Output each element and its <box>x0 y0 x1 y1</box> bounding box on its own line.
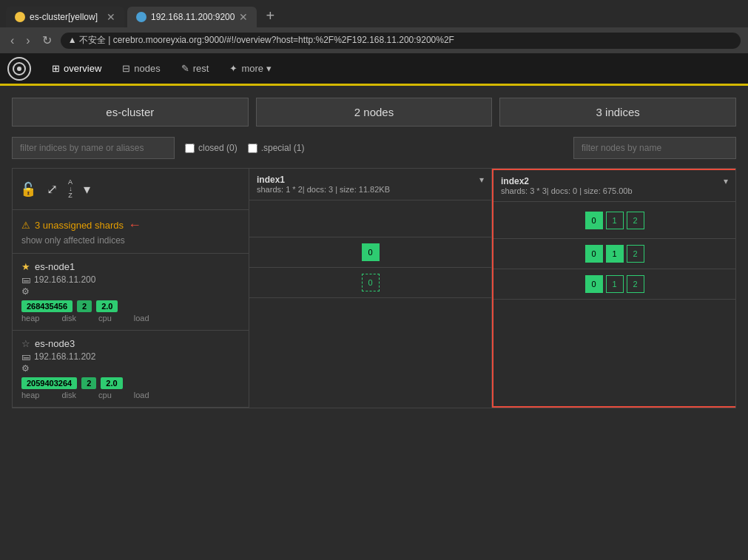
nodes-filter-input[interactable] <box>573 137 736 159</box>
tab-close-2[interactable]: ✕ <box>239 11 248 23</box>
warning-arrow: ← <box>128 217 141 233</box>
node1-disk-icon: 🖴 <box>21 274 30 285</box>
index2-node1-shard-0[interactable]: 0 <box>585 245 603 263</box>
nav-overview[interactable]: ⊞ overview <box>41 53 112 85</box>
index1-chevron-icon[interactable]: ▾ <box>479 175 484 185</box>
node1-metric-heap: 268435456 <box>21 300 73 312</box>
index2-node1-shard-1[interactable]: 1 <box>606 245 624 263</box>
node2-star-icon: ☆ <box>21 338 30 349</box>
tab-bar: es-cluster[yellow] ✕ 192.168.11.200:9200… <box>0 0 748 27</box>
node2-metrics: 2059403264 2 2.0 <box>21 377 240 389</box>
index1-name: index1 <box>257 175 476 185</box>
node2-disk-icon: 🖴 <box>21 351 30 362</box>
cluster-info-row: es-cluster 2 nodes 3 indices <box>12 98 736 126</box>
special-checkbox[interactable] <box>248 144 257 153</box>
nav-more-label: more ▾ <box>241 63 271 74</box>
tab-favicon-yellow <box>15 12 25 22</box>
tab-close-1[interactable]: ✕ <box>107 11 115 23</box>
special-checkbox-label[interactable]: .special (1) <box>248 143 305 153</box>
node-row-1: ★ es-node1 🖴 192.168.11.200 ⚙ 268435456 … <box>13 254 249 331</box>
nav-rest[interactable]: ✎ rest <box>171 53 220 85</box>
sort-az-icon: A ↓ Z <box>68 179 73 199</box>
node1-metric-labels: heap disk cpu load <box>21 314 240 323</box>
browser-chrome: es-cluster[yellow] ✕ 192.168.11.200:9200… <box>0 0 748 53</box>
node2-label-load: load <box>134 391 149 399</box>
index2-node1-shard-2[interactable]: 2 <box>627 245 644 263</box>
node2-metric-ver: 2.0 <box>101 377 122 389</box>
overview-icon: ⊞ <box>52 63 60 74</box>
svg-point-1 <box>17 67 21 71</box>
nodes-count-box: 2 nodes <box>256 98 493 126</box>
node2-metric-num: 2 <box>81 377 96 389</box>
cluster-name-box: es-cluster <box>12 98 249 126</box>
node2-name: es-node3 <box>35 338 75 349</box>
node2-label-cpu: cpu <box>98 391 112 399</box>
expand-button[interactable]: ⤢ <box>47 181 58 198</box>
node1-name: es-node1 <box>35 261 75 272</box>
nav-more[interactable]: ✦ more ▾ <box>219 53 281 85</box>
node1-ip-row: 🖴 192.168.11.200 <box>21 274 240 285</box>
filter-down-button[interactable]: ▾ <box>84 181 90 198</box>
node2-metric-labels: heap disk cpu load <box>21 391 240 399</box>
nav-overview-label: overview <box>64 63 101 74</box>
index1-header: index1 shards: 1 * 2| docs: 3 | size: 11… <box>249 169 491 200</box>
indices-filter-input[interactable] <box>12 137 175 159</box>
sort-button[interactable]: A ↓ Z <box>68 179 73 199</box>
index2-node2-shard-0[interactable]: 0 <box>585 275 603 293</box>
rest-icon: ✎ <box>181 63 189 74</box>
show-affected-link[interactable]: show only affected indices <box>21 235 240 246</box>
index2-unassigned-shard-2[interactable]: 2 <box>627 212 644 229</box>
node1-shard-icon-row: ⚙ <box>21 286 240 297</box>
node1-star-icon: ★ <box>21 261 30 272</box>
tab-2[interactable]: 192.168.11.200:9200 ✕ <box>127 7 257 27</box>
index1-unassigned-cell <box>249 200 491 237</box>
index2-header-text: index2 shards: 3 * 3| docs: 0 | size: 67… <box>501 176 721 195</box>
more-icon: ✦ <box>229 63 237 74</box>
index2-header: index2 shards: 3 * 3| docs: 0 | size: 67… <box>493 170 735 202</box>
tab-favicon-blue <box>136 12 146 22</box>
index2-unassigned-cell: 0 1 2 <box>493 202 735 239</box>
indices-count: 3 indices <box>596 106 640 118</box>
node1-label-heap: heap <box>21 314 39 323</box>
content-area: es-cluster 2 nodes 3 indices closed (0) … <box>0 86 748 420</box>
app: ⊞ overview ⊟ nodes ✎ rest ✦ more ▾ es-cl… <box>0 53 748 482</box>
nav-nodes[interactable]: ⊟ nodes <box>112 53 170 85</box>
nodes-icon: ⊟ <box>122 63 130 74</box>
index1-node1-cell: 0 <box>249 237 491 268</box>
closed-checkbox-label[interactable]: closed (0) <box>185 143 237 153</box>
reload-button[interactable]: ↻ <box>39 32 55 49</box>
node1-metric-ver: 2.0 <box>96 300 118 312</box>
node2-ip-row: 🖴 192.168.11.202 <box>21 351 240 362</box>
index2-unassigned-shard-0[interactable]: 0 <box>585 212 603 229</box>
node1-label-disk: disk <box>61 314 76 323</box>
node2-shard-icon: ⚙ <box>21 363 30 374</box>
index2-node2-shard-2[interactable]: 2 <box>627 275 644 293</box>
lock-button[interactable]: 🔓 <box>20 181 36 198</box>
warning-text-label: 3 unassigned shards <box>35 220 124 231</box>
forward-button[interactable]: › <box>23 33 33 49</box>
special-label: .special (1) <box>261 143 305 153</box>
address-input[interactable] <box>61 33 741 49</box>
tab-active[interactable]: es-cluster[yellow] ✕ <box>6 7 124 27</box>
index2-unassigned-shard-1[interactable]: 1 <box>606 212 624 229</box>
node2-ip: 192.168.11.202 <box>34 351 95 362</box>
indices-panel: index1 shards: 1 * 2| docs: 3 | size: 11… <box>249 169 735 408</box>
cluster-name: es-cluster <box>106 106 154 118</box>
index2-node1-cell: 0 1 2 <box>493 239 735 269</box>
closed-label: closed (0) <box>198 143 237 153</box>
index2-node2-shard-1[interactable]: 1 <box>606 275 624 293</box>
index1-info: shards: 1 * 2| docs: 3 | size: 11.82KB <box>257 185 476 194</box>
closed-checkbox[interactable] <box>185 144 195 153</box>
index1-node1-shard-0[interactable]: 0 <box>362 243 380 261</box>
main-grid: 🔓 ⤢ A ↓ Z ▾ ⚠ <box>12 168 736 408</box>
index1-col: index1 shards: 1 * 2| docs: 3 | size: 11… <box>249 169 492 408</box>
index2-col: index2 shards: 3 * 3| docs: 0 | size: 67… <box>492 169 735 408</box>
index2-chevron-icon[interactable]: ▾ <box>724 176 728 186</box>
indices-count-box: 3 indices <box>499 98 736 126</box>
back-button[interactable]: ‹ <box>7 33 17 49</box>
nav-rest-label: rest <box>193 63 209 74</box>
address-bar: ‹ › ↻ <box>0 27 748 53</box>
index1-node2-shard-0[interactable]: 0 <box>362 274 380 291</box>
new-tab-button[interactable]: + <box>260 4 280 27</box>
node2-shard-icon-row: ⚙ <box>21 363 240 374</box>
